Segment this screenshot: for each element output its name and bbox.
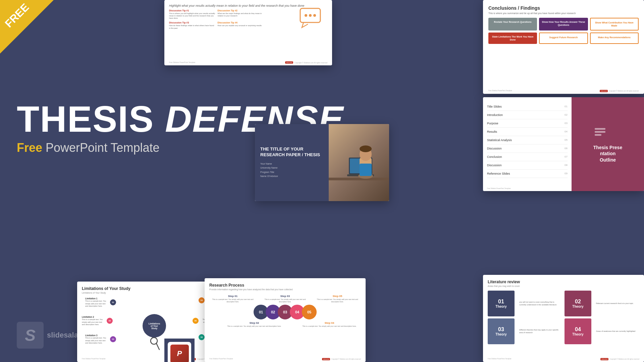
svg-rect-4 <box>595 128 605 130</box>
slide-title-paper: THE TITLE OF YOUR RESEARCH PAPER / THESI… <box>255 124 389 201</box>
lim-3: Limitation 3This is a sample text. You s… <box>85 334 116 344</box>
outline-item-7: Conclusion07 <box>487 153 568 161</box>
discussion-footer: Free Slidebot PowerPoint Template slides… <box>169 61 327 64</box>
slide-outline: Title Slides01 Introduction02 Purpose03 … <box>483 97 644 191</box>
theory-02-box: 02Theory <box>565 291 591 316</box>
step-2-desc: Step 02 This is a sample text. You simpl… <box>223 321 286 327</box>
svg-rect-15 <box>360 164 372 176</box>
research-footer: Free Slidebot PowerPoint Template slides… <box>209 358 361 360</box>
lit-grid: 01Theory you will not want to cover ever… <box>488 291 639 344</box>
conclusions-footer: Free Slidebot PowerPoint Template slides… <box>488 90 639 92</box>
literature-title: Literature review <box>488 280 639 284</box>
svg-rect-7 <box>329 178 389 180</box>
conclusion-6: Make Any Recommendations <box>590 33 639 44</box>
outline-item-6: Discussion06 <box>487 144 568 153</box>
brand-icon: S <box>17 322 44 349</box>
lim-center: Limitationsof YourStudy <box>143 314 166 338</box>
svg-point-14 <box>360 145 372 152</box>
ppt-inner: P <box>170 345 189 362</box>
tip-2-label: Discussion Tip #2 <box>218 9 264 12</box>
outline-panel-title: Thesis PresentationOutline <box>593 144 622 163</box>
conclusions-subtitle: This is where you summarize and tie up a… <box>488 12 639 14</box>
theory-01-desc: you will not want to cover everything th… <box>517 291 562 316</box>
tip-4-label: Discussion Tip #4 <box>218 21 264 24</box>
theory-03-box: 03Theory <box>488 318 515 344</box>
research-circles: 01 02 03 04 05 <box>209 305 361 319</box>
svg-line-17 <box>156 343 159 350</box>
research-subtitle: Provide information regarding how you ha… <box>209 288 361 291</box>
conclusion-2: Show How Your Results Answer These Quest… <box>539 18 588 31</box>
svg-point-3 <box>313 14 316 17</box>
research-steps-top: Step 01 This is a sample text. You simpl… <box>209 295 361 303</box>
slide-literature: Literature review Areas that you may wis… <box>483 275 644 362</box>
step-5-desc: Step 05 This is a sample text. You simpl… <box>314 295 361 303</box>
paper-meta: Your Name University Name Program Title … <box>260 162 323 179</box>
theory-01-box: 01Theory <box>488 291 515 316</box>
tip-3: Discussion Tip #3 How do these findings … <box>169 21 216 29</box>
circle-5: 05 <box>302 305 317 319</box>
tip-1-text: This is where you will highlight what yo… <box>169 12 216 19</box>
conclusion-5: Suggest Future Research <box>539 33 588 44</box>
step-1-desc: Step 01 This is a sample text. You simpl… <box>209 295 256 303</box>
research-title: Research Process <box>209 283 361 288</box>
magnifier-icon <box>150 337 160 353</box>
step-3-desc: Step 03 This is a sample text. You simpl… <box>262 295 309 303</box>
conclusions-title: Conclusions / Findings <box>488 5 639 11</box>
step-4-desc: Step 04 This is a sample text. You simpl… <box>298 321 361 327</box>
slide-research: Research Process Provide information reg… <box>205 278 366 362</box>
theory-04-desc: Areas of weakness that are currently hig… <box>593 318 639 344</box>
tip-2: Discussion Tip #2 What are the major fin… <box>218 9 264 19</box>
lim-2: Limitation 2This is a sample text. You s… <box>82 316 113 326</box>
chat-icon <box>299 7 325 35</box>
research-steps-bottom: Step 02 This is a sample text. You simpl… <box>209 321 361 327</box>
ppt-badge: P <box>168 342 191 362</box>
lim-1: Limitation 1This is a sample text. You s… <box>85 297 116 307</box>
conclusion-3: Show What Contribution You Have Made <box>590 18 639 31</box>
tips-grid: Discussion Tip #1 This is where you will… <box>169 9 264 29</box>
outline-item-1: Title Slides01 <box>487 103 568 111</box>
outline-footer: Free Slidebot PowerPoint Template <box>487 188 511 189</box>
conclusion-4: State Limitations The Work You Have Done <box>488 33 537 44</box>
tip-1: Discussion Tip #1 This is where you will… <box>169 9 216 19</box>
conclusions-grid: Restate Your Research Questions Show How… <box>488 18 639 44</box>
tip-1-label: Discussion Tip #1 <box>169 9 216 12</box>
tip-2-text: What are the major findings and what do … <box>218 12 264 17</box>
svg-rect-6 <box>595 134 601 136</box>
outline-item-2: Introduction02 <box>487 111 568 119</box>
svg-point-1 <box>305 14 307 17</box>
outline-panel-icon <box>593 125 622 141</box>
theory-03-desc: Different theories that may apply to you… <box>517 318 562 344</box>
tip-3-label: Discussion Tip #3 <box>169 21 216 24</box>
tip-4: Discussion Tip #4 How can you explain an… <box>218 21 264 29</box>
literature-subtitle: Areas that you may wish to cover <box>488 285 639 287</box>
powerpoint-icon-badge: P <box>164 339 195 362</box>
theory-04-box: 04Theory <box>565 318 591 344</box>
title-right-panel <box>329 124 389 201</box>
theory-02-desc: Relevant current research that is to you… <box>593 291 639 316</box>
outline-item-8: Discussion08 <box>487 161 568 170</box>
tip-3-text: How do these findings relate to what oth… <box>169 24 216 29</box>
title-photo <box>329 124 389 201</box>
literature-footer: Free Slidebot PowerPoint Template slides… <box>488 358 639 360</box>
paper-title: THE TITLE OF YOUR RESEARCH PAPER / THESI… <box>260 146 323 158</box>
outline-item-4: Results04 <box>487 128 568 136</box>
slide-conclusions: Conclusions / Findings This is where you… <box>483 0 644 94</box>
svg-point-2 <box>309 14 312 17</box>
slide-discussion: Highlight what your results actually mea… <box>164 0 332 65</box>
outline-list: Title Slides01 Introduction02 Purpose03 … <box>483 97 572 191</box>
brand-logo: S slidesalad <box>17 322 83 349</box>
outline-item-9: Reference Slides09 <box>487 170 568 178</box>
conclusion-1: Restate Your Research Questions <box>488 18 537 31</box>
outline-item-3: Purpose03 <box>487 119 568 128</box>
outline-panel: Thesis PresentationOutline <box>572 97 644 191</box>
title-left-panel: THE TITLE OF YOUR RESEARCH PAPER / THESI… <box>255 124 329 201</box>
svg-rect-5 <box>595 131 605 133</box>
tip-4-text: How can you explain any unusual or surpr… <box>218 24 264 27</box>
outline-item-5: Statistical Analysis05 <box>487 136 568 144</box>
